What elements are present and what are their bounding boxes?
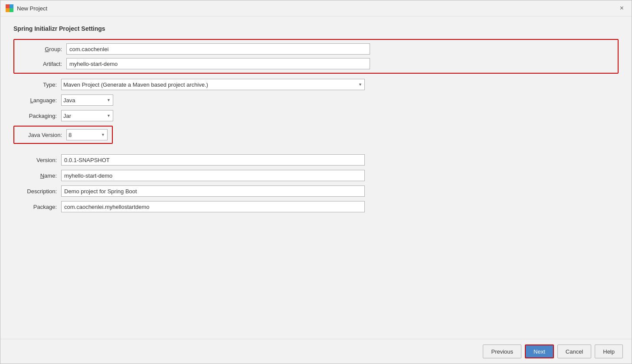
packaging-row: Packaging: Jar War xyxy=(13,110,619,121)
description-row: Description: xyxy=(13,185,619,197)
java-version-select[interactable]: 8 11 17 21 xyxy=(66,129,108,140)
java-version-label: Java Version: xyxy=(19,132,66,138)
new-project-dialog: New Project × Spring Initializr Project … xyxy=(0,0,632,364)
artifact-row: Artifact: xyxy=(19,58,613,69)
svg-rect-0 xyxy=(6,4,10,8)
svg-rect-3 xyxy=(10,8,13,12)
type-select-wrapper: Maven Project (Generate a Maven based pr… xyxy=(61,79,365,90)
language-row: Language: Java Kotlin Groovy xyxy=(13,94,619,106)
type-select[interactable]: Maven Project (Generate a Maven based pr… xyxy=(61,79,365,90)
name-label: Name: xyxy=(13,172,61,179)
dialog-footer: Previous Next Cancel Help xyxy=(0,339,632,364)
packaging-label: Packaging: xyxy=(13,113,61,119)
form-content: Spring Initializr Project Settings Group… xyxy=(0,16,632,339)
version-row: Version: xyxy=(13,154,619,166)
name-input[interactable] xyxy=(61,170,365,181)
java-version-highlight-row: Java Version: 8 11 17 21 xyxy=(13,126,619,149)
group-label: Group: xyxy=(19,46,66,52)
svg-rect-1 xyxy=(10,4,13,8)
version-input[interactable] xyxy=(61,154,365,166)
group-row: Group: xyxy=(19,43,613,55)
title-bar: New Project × xyxy=(0,0,632,16)
java-version-highlight: Java Version: 8 11 17 21 xyxy=(13,126,113,144)
help-button[interactable]: Help xyxy=(595,344,623,358)
previous-button[interactable]: Previous xyxy=(483,344,521,358)
window-title: New Project xyxy=(17,5,47,12)
group-artifact-highlight: Group: Artifact: xyxy=(13,39,619,74)
artifact-label: Artifact: xyxy=(19,61,66,67)
close-button[interactable]: × xyxy=(617,4,626,13)
app-icon xyxy=(6,4,13,12)
title-bar-left: New Project xyxy=(6,4,47,12)
packaging-select[interactable]: Jar War xyxy=(61,110,113,121)
packaging-select-wrapper: Jar War xyxy=(61,110,113,121)
type-row: Type: Maven Project (Generate a Maven ba… xyxy=(13,79,619,90)
type-label: Type: xyxy=(13,81,61,88)
version-label: Version: xyxy=(13,157,61,163)
package-row: Package: xyxy=(13,201,619,212)
artifact-input[interactable] xyxy=(66,58,370,69)
svg-rect-2 xyxy=(6,8,10,12)
java-version-select-wrapper: 8 11 17 21 xyxy=(66,129,108,140)
section-title: Spring Initializr Project Settings xyxy=(13,25,619,32)
next-button[interactable]: Next xyxy=(525,344,554,358)
description-input[interactable] xyxy=(61,185,365,197)
description-label: Description: xyxy=(13,188,61,195)
language-label: Language: xyxy=(13,97,61,104)
package-input[interactable] xyxy=(61,201,365,212)
package-label: Package: xyxy=(13,204,61,210)
name-row: Name: xyxy=(13,170,619,181)
group-input[interactable] xyxy=(66,43,370,55)
language-select[interactable]: Java Kotlin Groovy xyxy=(61,94,113,106)
cancel-button[interactable]: Cancel xyxy=(557,344,591,358)
language-select-wrapper: Java Kotlin Groovy xyxy=(61,94,113,106)
